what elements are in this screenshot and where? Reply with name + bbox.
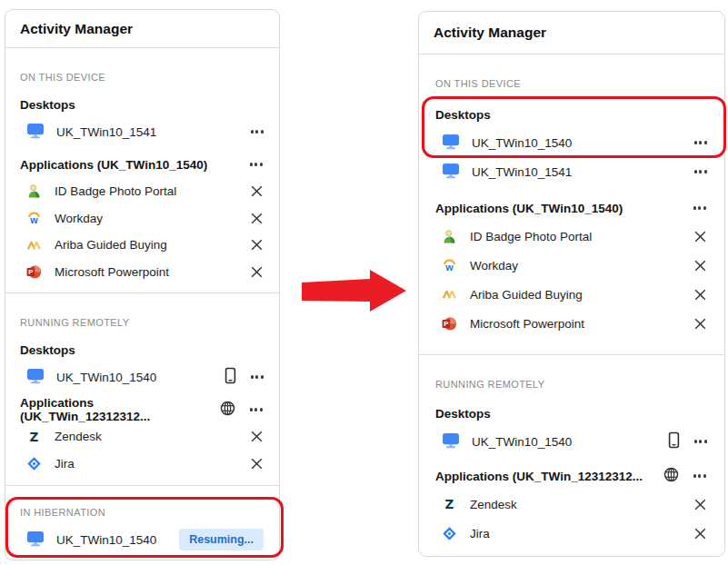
more-options-button[interactable] [694, 438, 707, 444]
hibernating-desktop-row[interactable]: UK_TWin10_1540 Resuming... [20, 526, 264, 553]
applications-group-label: Applications (UK_TWin10_1540) [20, 158, 207, 172]
applications-group-label: Applications (UK_TWin_12312312... [435, 470, 643, 483]
desktops-group-header: Desktops [20, 336, 264, 363]
close-icon[interactable] [250, 212, 264, 225]
desktops-group-label: Desktops [20, 343, 75, 357]
app-name: Zendesk [470, 498, 517, 511]
applications-group-header: Applications (UK_TWin_12312312... [435, 462, 708, 490]
app-name: Zendesk [55, 430, 102, 443]
app-row[interactable]: P Microsoft Powerpoint [435, 309, 708, 338]
desktop-row[interactable]: UK_TWin10_1541 [20, 118, 264, 145]
more-options-button[interactable] [251, 128, 264, 134]
monitor-icon [442, 163, 472, 182]
app-name: Workday [55, 212, 103, 225]
desktop-name: UK_TWin10_1541 [56, 125, 156, 139]
app-name: Microsoft Powerpoint [55, 265, 169, 279]
desktop-name: UK_TWin10_1540 [472, 435, 572, 449]
monitor-icon [442, 432, 472, 451]
app-name: Jira [55, 457, 75, 471]
desktop-row[interactable]: UK_TWin10_1540 [435, 128, 708, 157]
desktops-group-header: Desktops [435, 400, 708, 427]
zendesk-icon: Z [442, 497, 457, 512]
close-icon[interactable] [693, 527, 707, 540]
desktop-row[interactable]: UK_TWin10_1540 [435, 427, 708, 456]
app-row[interactable]: Jira [435, 519, 708, 548]
powerpoint-icon: P [26, 264, 42, 280]
id-badge-icon [26, 183, 42, 199]
app-name: Workday [470, 259, 518, 273]
divider [419, 354, 724, 355]
close-icon[interactable] [693, 259, 707, 273]
app-row[interactable]: Ariba Guided Buying [20, 232, 264, 259]
applications-group-header: Applications (UK_TWin10_1540) [435, 194, 708, 222]
app-row[interactable]: ID Badge Photo Portal [20, 178, 264, 205]
desktop-row[interactable]: UK_TWin10_1540 [20, 363, 264, 391]
id-badge-icon [442, 229, 457, 244]
app-row[interactable]: w Workday [20, 205, 264, 233]
svg-text:w: w [444, 262, 454, 273]
desktops-group-label: Desktops [435, 407, 491, 421]
applications-group-label: Applications (UK_TWin_12312312... [20, 396, 220, 423]
applications-group-header: Applications (UK_TWin_12312312... [20, 396, 264, 423]
desktops-group-label: Desktops [435, 108, 491, 122]
desktops-group-header: Desktops [435, 101, 708, 128]
close-icon[interactable] [693, 317, 707, 331]
app-row[interactable]: Z Zendesk [435, 490, 708, 519]
app-row[interactable]: Z Zendesk [20, 423, 264, 451]
close-icon[interactable] [250, 457, 264, 471]
more-options-button[interactable] [693, 472, 706, 479]
close-icon[interactable] [250, 238, 264, 252]
monitor-icon [26, 368, 56, 387]
monitor-icon [442, 134, 472, 153]
desktops-group-label: Desktops [20, 98, 75, 112]
more-options-button[interactable] [251, 373, 264, 380]
more-options-button[interactable] [694, 168, 707, 174]
app-row[interactable]: Jira [20, 451, 264, 478]
divider [5, 485, 279, 486]
applications-group-label: Applications (UK_TWin10_1540) [435, 202, 623, 215]
powerpoint-icon: P [442, 316, 457, 332]
svg-text:w: w [29, 214, 38, 225]
section-running-remotely: RUNNING REMOTELY [20, 316, 264, 329]
globe-icon [220, 401, 235, 419]
close-icon[interactable] [250, 430, 264, 443]
desktop-name: UK_TWin10_1541 [472, 165, 572, 179]
app-row[interactable]: Ariba Guided Buying [435, 280, 708, 309]
red-arrow-right-icon [298, 267, 409, 314]
close-icon[interactable] [693, 288, 707, 302]
svg-text:P: P [28, 268, 33, 276]
desktop-name: UK_TWin10_1540 [472, 136, 572, 150]
panel-body: ON THIS DEVICE Desktops UK_TWin10_1541 A… [5, 71, 279, 553]
app-name: Ariba Guided Buying [55, 238, 167, 252]
panel-body: ON THIS DEVICE Desktops UK_TWin10_1540 U… [419, 77, 724, 548]
more-options-button[interactable] [693, 204, 706, 211]
more-options-button[interactable] [250, 406, 263, 412]
status-badge: Resuming... [179, 529, 264, 550]
mobile-phone-icon [668, 431, 680, 451]
panel-title: Activity Manager [419, 12, 724, 55]
section-in-hibernation: IN HIBERNATION [20, 506, 264, 519]
activity-manager-panel-before: Activity Manager ON THIS DEVICE Desktops… [5, 9, 280, 560]
app-name: Ariba Guided Buying [470, 288, 583, 302]
app-row[interactable]: ID Badge Photo Portal [435, 222, 708, 251]
more-options-button[interactable] [250, 161, 263, 167]
app-name: ID Badge Photo Portal [55, 184, 176, 198]
section-on-this-device: ON THIS DEVICE [435, 77, 708, 90]
comparison-canvas: Activity Manager ON THIS DEVICE Desktops… [0, 0, 728, 565]
close-icon[interactable] [250, 265, 264, 279]
app-name: Microsoft Powerpoint [470, 317, 584, 331]
more-options-button[interactable] [694, 139, 707, 145]
monitor-icon [26, 123, 56, 142]
close-icon[interactable] [693, 230, 707, 243]
app-row[interactable]: P Microsoft Powerpoint [20, 259, 264, 286]
app-row[interactable]: w Workday [435, 251, 708, 280]
desktop-row[interactable]: UK_TWin10_1541 [435, 157, 708, 186]
activity-manager-panel-after: Activity Manager ON THIS DEVICE Desktops… [418, 11, 725, 557]
close-icon[interactable] [250, 184, 264, 198]
applications-group-header: Applications (UK_TWin10_1540) [20, 151, 264, 178]
ariba-icon [442, 287, 457, 302]
panel-title: Activity Manager [5, 10, 279, 48]
workday-icon: w [26, 211, 42, 226]
workday-icon: w [442, 258, 457, 273]
close-icon[interactable] [693, 498, 707, 511]
